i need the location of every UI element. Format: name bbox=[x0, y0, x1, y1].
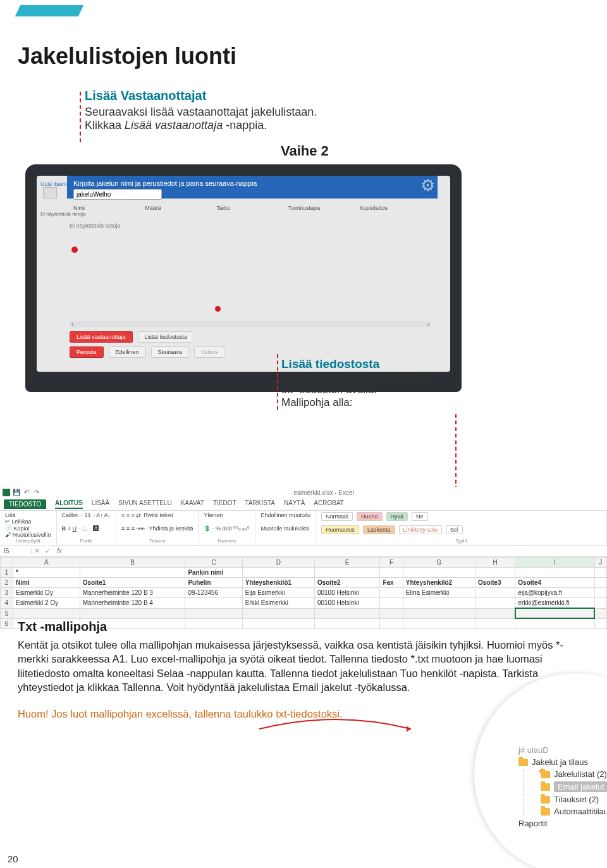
col-toimitustapa[interactable]: Toimitustapa bbox=[288, 205, 360, 211]
style-warn[interactable]: Huomautus bbox=[321, 525, 359, 534]
folder-icon bbox=[541, 796, 550, 804]
tree-item-raportit[interactable]: Raportit bbox=[518, 819, 607, 828]
tab-nayta[interactable]: NÄYTÄ bbox=[284, 499, 305, 509]
select-all-corner[interactable] bbox=[1, 558, 13, 568]
enter-formula-icon[interactable]: ✓ bbox=[42, 547, 53, 555]
style-normal[interactable]: Normaali bbox=[321, 512, 353, 521]
folder-icon bbox=[541, 783, 550, 791]
excel-titlebar: 💾 ↶ ↷ esimerkki.xlsx - Excel bbox=[0, 487, 607, 498]
col-B[interactable]: B bbox=[80, 558, 185, 568]
horizontal-scrollbar[interactable]: ‹ › bbox=[70, 321, 431, 327]
row-3[interactable]: 3 Esimerkki Oy Mannerheimintie 120 B 3 0… bbox=[1, 588, 607, 598]
currency-icon[interactable]: 💲 · % 000 ⁰⁰₀ ₀₀⁰ bbox=[204, 525, 250, 532]
wrap-text-button[interactable]: Rivitä teksti bbox=[144, 512, 173, 518]
sidebar-nodata: Ei näytettäviä tietoja bbox=[40, 211, 86, 217]
col-H[interactable]: H bbox=[475, 558, 515, 568]
tree-item-email-jakelut[interactable]: Email jakelut (0) bbox=[541, 781, 607, 792]
redo-icon[interactable]: ↷ bbox=[33, 489, 40, 496]
col-A[interactable]: A bbox=[13, 558, 80, 568]
col-J[interactable]: J bbox=[594, 558, 606, 568]
row-4[interactable]: 4 Esimerkki 2 Oy Mannerheimintie 120 B 4… bbox=[1, 598, 607, 609]
col-nimi[interactable]: Nimi bbox=[73, 205, 145, 211]
callout-marker-2 bbox=[215, 306, 221, 312]
cancel-formula-icon[interactable]: ✕ bbox=[32, 547, 42, 555]
action-buttons-row: Lisää vastaanottaja Lisää tiedostosta bbox=[70, 331, 194, 343]
cancel-button[interactable]: Peruuta bbox=[70, 346, 104, 358]
add-recipient-button[interactable]: Lisää vastaanottaja bbox=[70, 331, 133, 343]
tab-tarkista[interactable]: TARKISTA bbox=[245, 499, 275, 509]
style-good[interactable]: Hyvä bbox=[386, 512, 408, 521]
paste-button[interactable]: Liitä bbox=[5, 512, 16, 518]
row-1[interactable]: 1 * Pankin nimi bbox=[1, 568, 607, 578]
done-button[interactable]: Valmis bbox=[194, 346, 224, 358]
align-icons[interactable]: ≡ ≡ ≡ ⇄ bbox=[121, 512, 141, 518]
tab-aloitus[interactable]: ALOITUS bbox=[55, 499, 83, 509]
sidebar-new-icon[interactable] bbox=[43, 187, 57, 199]
scroll-left-icon[interactable]: ‹ bbox=[70, 321, 75, 327]
ribbon-clipboard: Liitä ✂ Leikkaa 📄 Kopioi 🖌 Muotoilusivel… bbox=[0, 511, 57, 545]
table-nodata: Ei näytettäviä tietoja bbox=[70, 223, 121, 229]
italic-button[interactable]: I bbox=[68, 525, 70, 532]
name-box[interactable]: I5 bbox=[0, 547, 32, 554]
callout-connector-2 bbox=[277, 354, 278, 410]
tab-sivun-asettelu[interactable]: SIVUN ASETTELU bbox=[118, 499, 171, 509]
next-button[interactable]: Seuraava bbox=[151, 346, 190, 358]
save-icon[interactable]: 💾 bbox=[13, 489, 20, 496]
col-kopiolaitos[interactable]: Kopiolaitos bbox=[360, 205, 431, 211]
align-icons-2[interactable]: ≡ ≡ ≡ ⇥⇤ bbox=[121, 525, 146, 532]
col-I[interactable]: I bbox=[515, 558, 594, 568]
col-maara[interactable]: Määrä bbox=[145, 205, 216, 211]
format-table-button[interactable]: Muotoile taulukoksi bbox=[261, 525, 309, 532]
tree-item-jakelut[interactable]: Jakelut ja tilaus bbox=[518, 757, 607, 767]
tab-tiedot[interactable]: TIEDOT bbox=[213, 499, 236, 509]
style-neutral[interactable]: Ne bbox=[412, 512, 428, 521]
style-sel[interactable]: Sel bbox=[446, 525, 463, 534]
style-bad[interactable]: Huono bbox=[357, 512, 383, 521]
callout-marker-1 bbox=[71, 247, 78, 253]
number-format-dropdown[interactable]: Yleinen bbox=[204, 512, 223, 518]
col-D[interactable]: D bbox=[242, 558, 314, 568]
previous-button[interactable]: Edellinen bbox=[109, 346, 146, 358]
intro-line2: Klikkaa Lisää vastaanottaja -nappia. bbox=[85, 119, 317, 132]
tree-item-jakelulistat[interactable]: Jakelulistat (2) bbox=[541, 769, 607, 779]
tab-lisaa[interactable]: LISÄÄ bbox=[92, 499, 109, 509]
tab-kaavat[interactable]: KAAVAT bbox=[181, 499, 204, 509]
merge-center-button[interactable]: Yhdistä ja keskitä bbox=[149, 525, 193, 532]
ribbon-styles-buttons: Ehdollinen muotoilu Muotoile taulukoksi bbox=[255, 511, 316, 545]
column-letters-row: A B C D E F G H I J bbox=[1, 558, 607, 568]
scroll-right-icon[interactable]: › bbox=[426, 321, 431, 327]
row-2[interactable]: 2 Nimi Osoite1 Puhelin Yhteyshenkilö1 Os… bbox=[1, 578, 607, 588]
col-E[interactable]: E bbox=[314, 558, 379, 568]
font-size-dropdown[interactable]: 11 bbox=[85, 512, 91, 518]
row-5[interactable]: 5 bbox=[1, 608, 607, 618]
col-C[interactable]: C bbox=[185, 558, 242, 568]
tab-tiedosto[interactable]: TIEDOSTO bbox=[4, 499, 46, 509]
excel-screenshot: 💾 ↶ ↷ esimerkki.xlsx - Excel TIEDOSTO AL… bbox=[0, 487, 607, 610]
undo-icon[interactable]: ↶ bbox=[23, 489, 30, 496]
ribbon-tabs: TIEDOSTO ALOITUS LISÄÄ SIVUN ASETTELU KA… bbox=[0, 498, 607, 510]
style-calc[interactable]: Laskenta bbox=[363, 525, 395, 534]
ribbon-cell-styles: Normaali Huono Hyvä Ne Huomautus Laskent… bbox=[316, 511, 607, 545]
excel-app-icon bbox=[3, 489, 10, 496]
jakelu-name-input[interactable] bbox=[73, 189, 162, 200]
callout-connector-1 bbox=[80, 92, 81, 142]
format-painter-button[interactable]: 🖌 Muotoilusivellin bbox=[5, 532, 51, 538]
cond-format-button[interactable]: Ehdollinen muotoilu bbox=[261, 512, 310, 518]
tab-acrobat[interactable]: ACROBAT bbox=[314, 499, 344, 509]
col-taitto[interactable]: Taitto bbox=[216, 205, 288, 211]
spreadsheet-grid[interactable]: A B C D E F G H I J 1 * Pankin nimi 2 Ni… bbox=[0, 557, 607, 629]
font-name-dropdown[interactable]: Calibri bbox=[62, 512, 78, 518]
copy-button[interactable]: 📄 Kopioi bbox=[5, 525, 30, 532]
style-link[interactable]: Linkitetty solu bbox=[399, 525, 443, 534]
fx-icon[interactable]: fx bbox=[53, 547, 66, 554]
add-from-file-button[interactable]: Lisää tiedostosta bbox=[138, 331, 195, 343]
tree-item-tilaukset[interactable]: Tilaukset (2) bbox=[541, 795, 607, 804]
bold-button[interactable]: B bbox=[62, 525, 66, 532]
cut-button[interactable]: ✂ Leikkaa bbox=[5, 518, 32, 525]
col-G[interactable]: G bbox=[403, 558, 475, 568]
txt-template-body: Kentät ja otsikot tulee olla mallipohjan… bbox=[18, 638, 587, 694]
underline-button[interactable]: U bbox=[73, 525, 77, 532]
intro-heading: Lisää Vastaanottajat bbox=[85, 89, 317, 103]
col-F[interactable]: F bbox=[380, 558, 403, 568]
tree-item-automaattitilaukset[interactable]: Automaattitilauk bbox=[541, 807, 607, 816]
